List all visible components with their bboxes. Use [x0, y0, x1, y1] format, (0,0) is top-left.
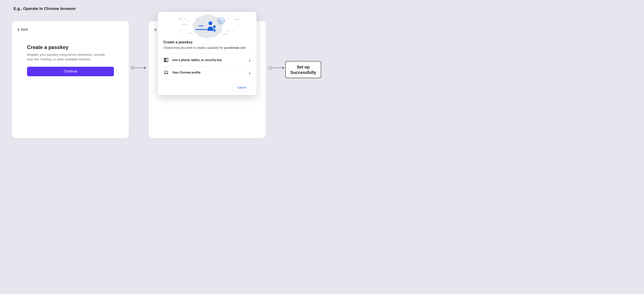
passkey-option-chrome-profile[interactable]: Your Chrome profile: [163, 66, 251, 79]
svg-rect-9: [230, 18, 231, 18]
back-label: Back: [21, 28, 28, 31]
svg-rect-4: [180, 30, 180, 30]
laptop-icon: [164, 70, 168, 75]
chevron-right-icon: [248, 71, 251, 74]
card-title: Create a passkey: [27, 44, 114, 50]
svg-rect-3: [178, 30, 179, 30]
option-label: Use a phone, tablet, or security key: [172, 58, 222, 62]
chevron-right-icon: [248, 59, 251, 61]
svg-rect-5: [181, 30, 182, 30]
passkey-option-phone-tablet-key[interactable]: Use a phone, tablet, or security key: [163, 54, 251, 66]
svg-rect-11: [225, 31, 226, 31]
svg-rect-0: [178, 19, 183, 19]
flow-arrow-icon: [131, 66, 146, 70]
svg-rect-13: [229, 31, 230, 31]
svg-rect-15: [222, 34, 227, 35]
svg-text:***: ***: [199, 25, 203, 29]
back-button[interactable]: Back: [17, 28, 28, 31]
svg-rect-2: [181, 24, 186, 25]
svg-rect-1: [184, 19, 186, 19]
dialog-subtext: Choose how you want to create a passkey …: [163, 46, 251, 50]
passkey-illustration: ***: [158, 12, 256, 39]
svg-rect-16: [188, 21, 188, 22]
option-label: Your Chrome profile: [172, 71, 200, 74]
svg-rect-23: [214, 28, 215, 32]
svg-rect-6: [188, 33, 192, 34]
svg-rect-17: [189, 21, 189, 22]
continue-button[interactable]: Continue: [27, 67, 114, 76]
svg-rect-26: [164, 59, 165, 59]
example-caption: E.g., Operate in Chrome browser: [14, 6, 76, 11]
chrome-passkey-dialog: *** Create a passkey Choose how yo: [158, 12, 256, 95]
flow-arrow-icon: [268, 66, 284, 70]
cancel-button[interactable]: Cancel: [232, 84, 251, 91]
svg-rect-24: [214, 30, 216, 31]
qr-device-icon: [164, 58, 168, 62]
card-description: Register your passkey using device biome…: [27, 52, 112, 62]
svg-rect-14: [232, 31, 234, 31]
svg-rect-12: [227, 31, 228, 31]
dialog-domain: yourdomain.com: [224, 46, 246, 50]
chevron-left-icon: [17, 28, 20, 31]
svg-rect-8: [229, 18, 229, 18]
svg-rect-10: [234, 19, 239, 20]
svg-rect-31: [164, 71, 168, 73]
svg-point-21: [208, 21, 212, 25]
svg-rect-28: [164, 61, 165, 62]
dialog-title: Create a passkey: [163, 40, 251, 44]
step-card-create-passkey: Back Create a passkey Register your pass…: [12, 21, 129, 138]
svg-rect-18: [190, 21, 190, 22]
svg-rect-7: [228, 18, 228, 18]
success-callout: Set up Successfully: [285, 61, 321, 78]
chevron-left-icon: [154, 28, 157, 31]
